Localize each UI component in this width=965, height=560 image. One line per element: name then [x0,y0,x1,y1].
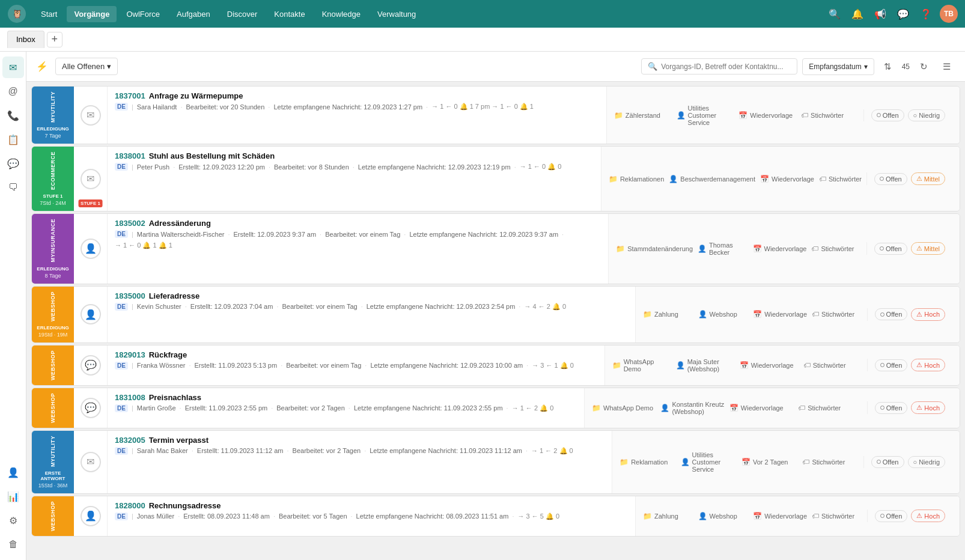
template-label: Vor 2 Tagen [753,458,788,466]
priority-chip[interactable]: ⚠ Mittel [911,172,945,185]
ticket-created: Erstellt: 11.09.2023 2:55 pm [185,404,268,412]
nav-verwaltung[interactable]: Verwaltung [370,6,423,22]
ticket-actions: Offen ⚠ Hoch [867,308,952,321]
priority-label: Mittel [924,175,940,183]
nav-discover[interactable]: Discover [220,6,265,22]
assignee-label: Utilities Customer Service [692,451,737,473]
ticket-card[interactable]: Webshop 👤 1828000 Rechnungsadresse DE | … [31,496,960,537]
ticket-card[interactable]: Webshop 💬 1831008 Preisnachlass DE | Mar… [31,388,960,428]
chat-icon[interactable]: 💬 [894,5,912,23]
tags-label: Stichwörter [812,458,845,466]
sidebar-delete-icon[interactable]: 🗑 [2,534,24,555]
priority-chip[interactable]: ○ Niedrig [908,109,946,121]
channel-icon: 👤 [81,239,101,259]
ticket-card[interactable]: myUtility ERSTE ANTWORT 15Std · 36M ✉ 18… [31,430,960,494]
filter-icon[interactable]: ⚡ [36,61,48,72]
sidebar-chat-icon[interactable]: 💬 [2,153,24,174]
user-icon: 👤 [660,404,669,412]
priority-icon: ⚠ [916,512,922,520]
ticket-tags: 🏷 Stichwörter [801,111,859,120]
status-chip[interactable]: Offen [875,359,908,371]
tab-inbox[interactable]: Inbox [7,31,44,48]
ticket-card[interactable]: myUtility ERLEDIGUNG 7 Tage ✉ 1837001 An… [31,86,960,144]
priority-chip[interactable]: ⚠ Hoch [911,510,945,522]
ticket-id[interactable]: 1835002 [115,219,145,228]
assignee-label: Thomas Becker [709,242,748,256]
ticket-card[interactable]: eCommerce STUFE 1 7Std · 24M ✉ STUFE 1 1… [31,146,960,212]
filter-dropdown[interactable]: Alle Offenen ▾ [55,58,118,75]
status-chip[interactable]: Offen [875,402,908,414]
ticket-id[interactable]: 1831008 [115,393,145,402]
status-chip[interactable]: Offen [871,109,904,121]
search-box[interactable]: 🔍 [641,58,797,75]
sidebar-reports-icon[interactable]: 📊 [2,485,24,507]
sidebar-inbox-icon[interactable]: ✉ [2,56,24,78]
refresh-icon[interactable]: ↻ [915,58,933,76]
priority-chip[interactable]: ⚠ Hoch [911,308,945,321]
ticket-id[interactable]: 1835000 [115,291,145,300]
user-avatar[interactable]: TB [940,5,958,23]
megaphone-icon[interactable]: 📢 [871,5,889,23]
status-chip[interactable]: Offen [875,510,908,522]
ticket-meta: DE | Sara Hailandt · Bearbeitet: vor 20 … [115,103,599,111]
ticket-top: 1835000 Lieferadresse [115,291,628,300]
sidebar-settings-icon[interactable]: ⚙ [2,510,24,531]
folder-label: Zahlung [654,311,678,318]
template-label: Wiedervorlage [764,311,807,318]
ticket-card[interactable]: Webshop ERLEDIGUNG 19Std · 19M 👤 1835000… [31,286,960,343]
nav-kontakte[interactable]: Kontakte [267,6,312,22]
status-chip[interactable]: Offen [871,456,904,468]
priority-chip[interactable]: ⚠ Mittel [911,242,945,255]
ticket-card[interactable]: Webshop 💬 1829013 Rückfrage DE | Franka … [31,345,960,386]
priority-label: Hoch [924,513,940,520]
ticket-id[interactable]: 1838001 [115,151,145,160]
search-icon[interactable]: 🔍 [826,5,844,23]
status-chip[interactable]: Offen [874,173,907,185]
ticket-top: 1831008 Preisnachlass [115,393,577,402]
priority-icon: ○ [913,112,918,119]
ticket-meta: DE | Franka Wössner ·Erstellt: 11.09.202… [115,362,597,370]
sort-options-icon[interactable]: ⇅ [879,58,897,76]
bell-icon[interactable]: 🔔 [848,5,866,23]
app-logo[interactable]: 🦉 [7,4,26,23]
ticket-card[interactable]: myInsurance ERLEDIGUNG 8 Tage 👤 1835002 … [31,213,960,284]
ticket-id[interactable]: 1832005 [115,436,145,445]
ticket-id[interactable]: 1829013 [115,350,145,359]
ticket-label: myInsurance ERLEDIGUNG 8 Tage [32,214,74,284]
lang-badge: DE [115,404,128,412]
user-icon: 👤 [698,245,707,253]
ticket-stats: → 1 ← 0 🔔 0 [520,163,562,171]
ticket-template: 📅 Wiedervorlage [753,245,807,253]
ticket-stats: → 4 ← 2 🔔 0 [524,303,566,311]
sidebar-tasks-icon[interactable]: 📋 [2,129,24,150]
help-icon[interactable]: ❓ [917,5,935,23]
ticket-id[interactable]: 1828000 [115,501,145,510]
template-label: Wiedervorlage [751,362,794,369]
nav-aufgaben[interactable]: Aufgaben [169,6,218,22]
tags-icon: 🏷 [798,404,805,412]
user-icon: 👤 [669,175,678,183]
nav-vorgaenge[interactable]: Vorgänge [67,6,117,22]
status-chip[interactable]: Offen [874,243,907,255]
ticket-id[interactable]: 1837001 [115,91,145,100]
sidebar-contacts-icon[interactable]: 👤 [2,461,24,483]
template-icon: 📅 [741,458,750,466]
ticket-footer: 📁 Zahlung 👤 Webshop 📅 Wiedervorlage 🏷 St… [635,496,960,536]
sidebar-phone-icon[interactable]: 📞 [2,105,24,126]
nav-owlforce[interactable]: OwlForce [119,6,167,22]
sort-dropdown[interactable]: Empfangsdatum ▾ [802,58,874,75]
ticket-label: Webshop [32,345,74,385]
search-input[interactable] [661,62,791,71]
ticket-assignee: 👤 Konstantin Kreutz (Webshop) [660,401,724,415]
ticket-subject: Adressänderung [149,219,211,228]
status-chip[interactable]: Offen [875,308,908,320]
sidebar-mentions-icon[interactable]: @ [2,81,24,102]
priority-chip[interactable]: ⚠ Hoch [911,359,945,371]
more-options-icon[interactable]: ☰ [937,58,955,76]
nav-knowledge[interactable]: Knowledge [315,6,368,22]
nav-start[interactable]: Start [34,6,64,22]
priority-chip[interactable]: ○ Niedrig [908,456,946,468]
sidebar-comments-icon[interactable]: 🗨 [2,177,24,198]
priority-chip[interactable]: ⚠ Hoch [911,401,945,414]
add-tab-button[interactable]: + [47,32,62,47]
